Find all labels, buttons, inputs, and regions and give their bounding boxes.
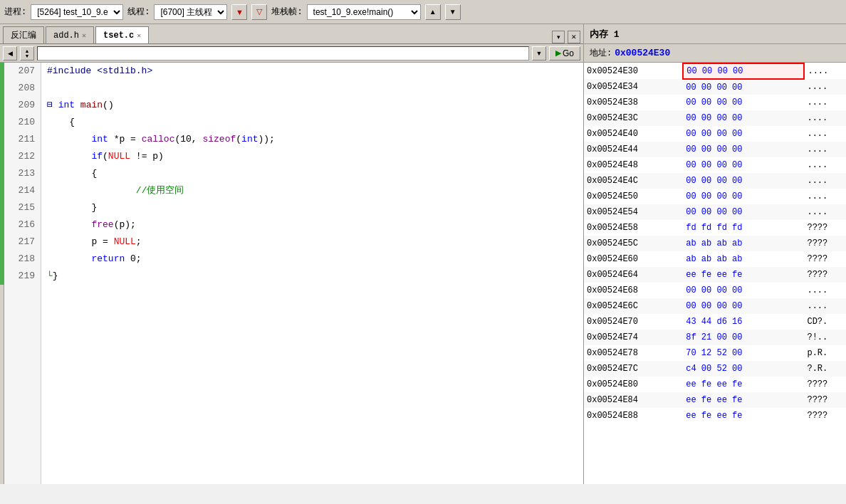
tab-addh-close[interactable]: ✕ (82, 31, 86, 40)
mem-addr-cell: 0x00524E84 (584, 392, 683, 408)
memory-table-wrap[interactable]: 0x00524E3000 00 00 00....0x00524E3400 00… (584, 63, 846, 484)
code-editor[interactable]: 207 208 209 210 211 212 213 214 215 ➤ 21… (0, 63, 583, 484)
code-line-207: #include <stdlib.h> (41, 63, 583, 80)
mem-addr-cell: 0x00524E60 (584, 251, 683, 267)
memory-row: 0x00524E80ee fe ee fe???? (584, 377, 846, 392)
process-label: 进程: (4, 6, 26, 18)
memory-row: 0x00524E5400 00 00 00.... (584, 204, 846, 220)
mem-bytes-cell: 00 00 00 00 (683, 189, 804, 204)
mem-bytes-cell: 70 12 52 00 (683, 345, 804, 361)
addr-dropdown-button[interactable]: ▼ (532, 46, 546, 61)
mem-bytes-cell: ee fe ee fe (683, 377, 804, 392)
code-line-212: if(NULL != p) (41, 148, 583, 165)
mem-bytes-cell: 43 44 d6 16 (683, 314, 804, 330)
tab-addh[interactable]: add.h ✕ (46, 26, 94, 43)
mem-addr-cell: 0x00524E50 (584, 189, 683, 204)
ln-208: 208 (4, 80, 41, 97)
memory-row: 0x00524E7870 12 52 00p.R. (584, 345, 846, 361)
go-arrow-icon: ▶ (555, 48, 561, 58)
ln-211: 211 (4, 131, 41, 148)
mem-ascii-cell: p.R. (804, 345, 846, 361)
ln-219: 219 (4, 268, 41, 285)
filter-button[interactable]: ▼ (231, 4, 247, 20)
mem-addr-cell: 0x00524E70 (584, 314, 683, 330)
mem-addr-cell: 0x00524E7C (584, 361, 683, 377)
address-input[interactable] (37, 46, 529, 61)
memory-row: 0x00524E3000 00 00 00.... (584, 63, 846, 79)
mem-bytes-cell: 00 00 00 00 (683, 283, 804, 298)
mem-bytes-cell: 00 00 00 00 (683, 110, 804, 126)
ln-209: 209 (4, 97, 41, 114)
mem-ascii-cell: ?!.. (804, 330, 846, 345)
mem-ascii-cell: .... (804, 110, 846, 126)
memory-row: 0x00524E4400 00 00 00.... (584, 142, 846, 157)
ln-213: 213 (4, 165, 41, 182)
memory-table: 0x00524E3000 00 00 00....0x00524E3400 00… (584, 63, 846, 424)
stack-down-button[interactable]: ▼ (445, 4, 461, 20)
nav-back-button[interactable]: ◀ (3, 46, 17, 61)
nav-forward-button[interactable]: ▲▼ (20, 46, 34, 61)
mem-bytes-cell: 00 00 00 00 (683, 204, 804, 220)
ln-218: 218 (4, 251, 41, 268)
memory-row: 0x00524E5Cab ab ab ab???? (584, 236, 846, 251)
ln-212: 212 (4, 148, 41, 165)
mem-bytes-cell: 8f 21 00 00 (683, 330, 804, 345)
mem-addr-cell: 0x00524E44 (584, 142, 683, 157)
memory-row: 0x00524E3400 00 00 00.... (584, 79, 846, 95)
mem-ascii-cell: .... (804, 126, 846, 142)
mem-addr-cell: 0x00524E80 (584, 377, 683, 392)
mem-ascii-cell: .... (804, 298, 846, 314)
go-button[interactable]: ▶ Go (549, 46, 580, 61)
thread-label: 线程: (127, 6, 150, 18)
stack-label: 堆栈帧: (271, 6, 302, 18)
mem-bytes-cell: fd fd fd fd (683, 220, 804, 236)
memory-row: 0x00524E3C00 00 00 00.... (584, 110, 846, 126)
process-select[interactable]: [5264] test_10_9.e (31, 4, 123, 20)
mem-addr-cell: 0x00524E40 (584, 126, 683, 142)
thread-select[interactable]: [6700] 主线程 (154, 4, 227, 20)
mem-ascii-cell: .... (804, 142, 846, 157)
ln-207: 207 (4, 63, 41, 80)
tab-bar-controls: ▾ ✕ (552, 31, 580, 43)
code-line-217: p = NULL; (41, 233, 583, 251)
main-area: 反汇编 add.h ✕ tset.c ✕ ▾ ✕ ◀ ▲▼ ▼ (0, 24, 846, 484)
code-line-219: └} (41, 268, 583, 285)
mem-addr-cell: 0x00524E30 (584, 63, 683, 79)
memory-row: 0x00524E6800 00 00 00.... (584, 283, 846, 298)
mem-ascii-cell: .... (804, 79, 846, 95)
mem-addr-cell: 0x00524E68 (584, 283, 683, 298)
mem-bytes-cell: ab ab ab ab (683, 251, 804, 267)
mem-ascii-cell: .... (804, 204, 846, 220)
mem-addr-cell: 0x00524E5C (584, 236, 683, 251)
mem-bytes-cell: c4 00 52 00 (683, 361, 804, 377)
mem-addr-cell: 0x00524E54 (584, 204, 683, 220)
memory-row: 0x00524E5000 00 00 00.... (584, 189, 846, 204)
mem-ascii-cell: ???? (804, 220, 846, 236)
tab-tsetc-close[interactable]: ✕ (137, 31, 141, 40)
memory-row: 0x00524E4000 00 00 00.... (584, 126, 846, 142)
memory-row: 0x00524E4800 00 00 00.... (584, 157, 846, 173)
stack-select[interactable]: test_10_9.exe!main() (307, 4, 421, 20)
code-line-209: ⊟ int main() (41, 97, 583, 114)
stack-up-button[interactable]: ▲ (425, 4, 441, 20)
mem-bytes-cell: ab ab ab ab (683, 236, 804, 251)
tab-tsetc[interactable]: tset.c ✕ (95, 26, 149, 43)
mem-addr-cell: 0x00524E48 (584, 157, 683, 173)
mem-ascii-cell: .... (804, 95, 846, 110)
mem-ascii-cell: .... (804, 283, 846, 298)
memory-row: 0x00524E3800 00 00 00.... (584, 95, 846, 110)
mem-ascii-cell: .... (804, 189, 846, 204)
ln-210: 210 (4, 114, 41, 131)
mem-bytes-cell: 00 00 00 00 (683, 63, 804, 79)
memory-row: 0x00524E58fd fd fd fd???? (584, 220, 846, 236)
mem-addr-cell: 0x00524E38 (584, 95, 683, 110)
filter2-button[interactable]: ▽ (251, 4, 267, 20)
mem-addr-cell: 0x00524E58 (584, 220, 683, 236)
ln-217: 217 (4, 233, 41, 251)
tab-disassembly[interactable]: 反汇编 (3, 26, 44, 43)
tab-close-panel-button[interactable]: ✕ (568, 31, 580, 43)
tab-pin-button[interactable]: ▾ (552, 31, 565, 43)
code-line-215: } (41, 199, 583, 216)
mem-bytes-cell: 00 00 00 00 (683, 157, 804, 173)
mem-bytes-cell: 00 00 00 00 (683, 173, 804, 189)
